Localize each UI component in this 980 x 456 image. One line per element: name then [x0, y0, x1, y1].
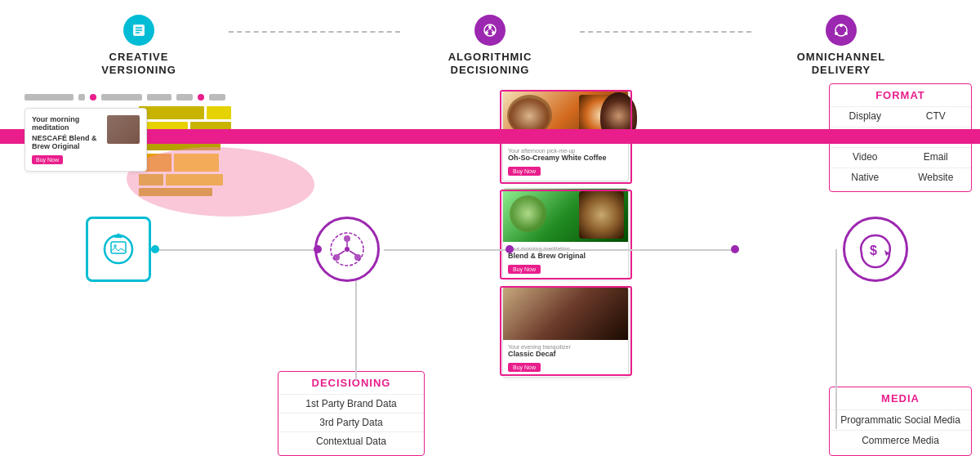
creative-icon — [123, 15, 154, 46]
h-line-2 — [384, 249, 506, 251]
svg-rect-15 — [111, 242, 126, 253]
decision-icon-area — [314, 217, 380, 282]
omnichannel-step-title: OMNICHANNEL DELIVERY — [797, 51, 886, 76]
connector-2 — [580, 31, 751, 33]
highlight-box-3 — [500, 286, 632, 376]
dot-1 — [314, 245, 322, 253]
algorithmic-step-title: ALGORITHMIC DECISIONING — [448, 51, 532, 76]
svg-point-20 — [345, 247, 350, 252]
decisioning-panel: DECISIONING 1st Party Brand Data 3rd Par… — [278, 371, 425, 456]
small-buy-btn[interactable]: Buy Now — [32, 155, 63, 164]
dot-2 — [506, 245, 514, 253]
pink-blob — [127, 147, 314, 217]
svg-line-8 — [487, 29, 490, 31]
magenta-bar — [0, 129, 980, 144]
dot-3 — [731, 245, 739, 253]
format-item-video: Video — [830, 147, 901, 166]
media-item-programmatic: Programmatic Social Media — [830, 409, 971, 430]
format-grid: Display CTV Carousels Shoppable Video Em… — [830, 106, 971, 186]
format-panel-title: FORMAT — [830, 89, 971, 101]
decisioning-panel-title: DECISIONING — [278, 377, 424, 389]
svg-point-13 — [844, 32, 848, 35]
svg-point-7 — [492, 31, 495, 34]
format-item-ctv: CTV — [901, 106, 972, 125]
svg-point-5 — [488, 25, 492, 29]
ad-thumb — [107, 115, 140, 144]
omnichannel-icon — [826, 15, 857, 46]
svg-line-9 — [490, 29, 493, 31]
svg-line-22 — [338, 251, 345, 255]
svg-point-12 — [835, 32, 838, 35]
format-item-website: Website — [901, 168, 972, 186]
h-line-3 — [510, 249, 735, 251]
h-line-1 — [155, 249, 318, 251]
refresh-icon-area — [86, 217, 151, 282]
pipeline-header: CREATIVE VERSIONING ALGORITHMIC DECISION… — [0, 0, 980, 76]
media-panel: MEDIA Programmatic Social Media Commerce… — [829, 387, 972, 456]
pipeline-step-creative: CREATIVE VERSIONING — [49, 15, 229, 76]
media-panel-title: MEDIA — [830, 392, 971, 405]
svg-point-6 — [485, 31, 488, 34]
media-item-commerce: Commerce Media — [830, 430, 971, 450]
dot-4 — [151, 245, 159, 253]
format-item-email: Email — [901, 147, 972, 166]
v-line-media — [835, 249, 837, 429]
small-ad-preview: Your morning meditation NESCAFÉ Blend & … — [24, 108, 147, 172]
connector-1 — [229, 31, 400, 33]
pipeline-step-algorithmic: ALGORITHMIC DECISIONING — [400, 15, 580, 76]
svg-point-11 — [840, 24, 843, 27]
delivery-icon-area: $ — [843, 217, 908, 282]
creative-step-title: CREATIVE VERSIONING — [101, 51, 176, 76]
svg-point-17 — [344, 235, 350, 242]
svg-text:$: $ — [870, 244, 877, 257]
algorithmic-icon — [474, 15, 506, 46]
pipeline-step-omnichannel: OMNICHANNEL DELIVERY — [751, 15, 931, 76]
format-item-display: Display — [830, 106, 901, 125]
format-item-native: Native — [830, 168, 901, 186]
svg-line-23 — [350, 251, 356, 255]
creative-gray-bars — [24, 94, 225, 101]
decisioning-item-3rd: 3rd Party Data — [278, 413, 424, 431]
decisioning-item-contextual: Contextual Data — [278, 431, 424, 450]
decisioning-item-1st: 1st Party Brand Data — [278, 394, 424, 413]
highlight-box-2 — [500, 190, 632, 279]
main-content: Your morning meditation NESCAFÉ Blend & … — [0, 90, 980, 456]
